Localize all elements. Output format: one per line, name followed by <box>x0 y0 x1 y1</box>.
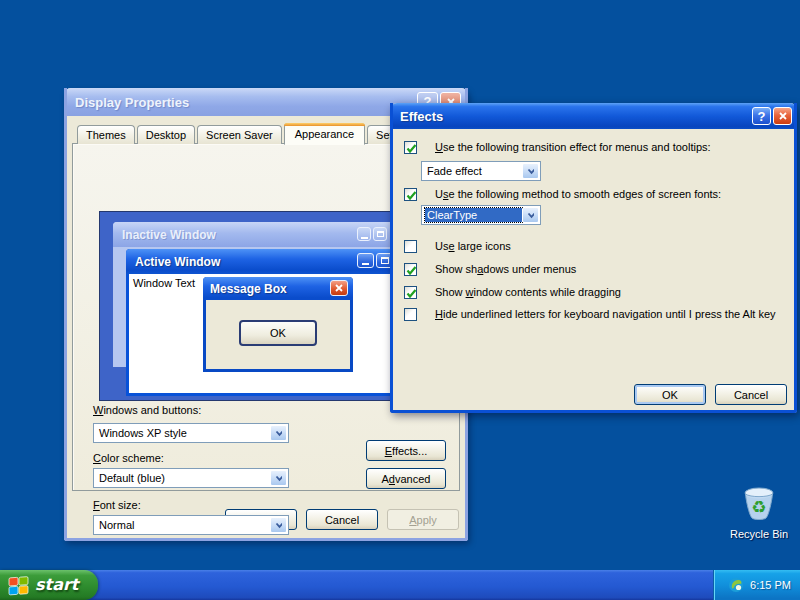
ok-button[interactable]: OK <box>634 384 706 405</box>
font-smoothing-checkbox-row: Use the following method to smooth edges… <box>404 187 721 201</box>
large-icons-checkbox-row: Use large icons <box>404 239 511 253</box>
drag-contents-checkbox-row: Show window contents while dragging <box>404 285 621 299</box>
close-icon <box>778 111 788 121</box>
recycle-bin-label: Recycle Bin <box>722 528 796 540</box>
cancel-button[interactable]: Cancel <box>306 509 378 530</box>
checkbox[interactable] <box>404 141 417 154</box>
preview-message-box: Message Box OK <box>203 277 353 372</box>
chevron-down-icon[interactable] <box>270 425 287 441</box>
check-icon <box>405 287 418 300</box>
checkbox[interactable] <box>404 240 417 253</box>
preview-ok-button: OK <box>239 320 317 346</box>
windows-logo-icon <box>8 575 29 596</box>
preview-inactive-titlebar: Inactive Window <box>113 222 393 247</box>
check-icon <box>405 142 418 155</box>
close-button[interactable] <box>773 107 792 125</box>
taskbar: start 6:15 PM <box>0 570 800 600</box>
font-size-label: Font size: <box>93 499 141 511</box>
effects-button[interactable]: Effects... <box>366 440 446 461</box>
checkbox[interactable] <box>404 263 417 276</box>
transition-effect-select[interactable]: Fade effect <box>421 161 541 181</box>
tab-appearance[interactable]: Appearance <box>284 123 365 145</box>
font-smoothing-select[interactable]: ClearType <box>421 205 541 225</box>
check-icon <box>405 264 418 277</box>
window-title: Display Properties <box>75 95 189 110</box>
hide-underline-checkbox-row: Hide underlined letters for keyboard nav… <box>404 307 776 321</box>
cancel-button[interactable]: Cancel <box>715 384 787 405</box>
svg-text:♻: ♻ <box>751 498 766 517</box>
desktop: ♻ Recycle Bin Display Properties ? Theme… <box>0 0 800 600</box>
window-title: Effects <box>400 109 443 124</box>
messenger-icon[interactable] <box>728 577 744 593</box>
windows-and-buttons-select[interactable]: Windows XP style <box>93 423 289 443</box>
minimize-icon <box>357 253 374 268</box>
help-button[interactable]: ? <box>752 107 771 125</box>
chevron-down-icon[interactable] <box>522 163 539 179</box>
apply-button: Apply <box>387 509 459 530</box>
tab-themes[interactable]: Themes <box>77 125 135 144</box>
clock[interactable]: 6:15 PM <box>750 579 791 591</box>
start-button[interactable]: start <box>0 570 98 600</box>
checkbox[interactable] <box>404 188 417 201</box>
chevron-down-icon[interactable] <box>522 207 539 223</box>
advanced-button[interactable]: Advanced <box>366 468 446 489</box>
tab-screen-saver[interactable]: Screen Saver <box>197 125 282 144</box>
transition-effect-checkbox-row: Use the following transition effect for … <box>404 140 711 154</box>
menu-shadows-checkbox-row: Show shadows under menus <box>404 262 576 276</box>
checkbox[interactable] <box>404 308 417 321</box>
system-tray: 6:15 PM <box>713 570 800 600</box>
tab-strip: Themes Desktop Screen Saver Appearance S… <box>77 123 427 144</box>
tab-desktop[interactable]: Desktop <box>137 125 195 144</box>
recycle-bin-icon: ♻ <box>740 486 778 522</box>
chevron-down-icon[interactable] <box>270 470 287 486</box>
checkbox[interactable] <box>404 286 417 299</box>
start-label: start <box>35 575 79 596</box>
minimize-icon <box>357 227 371 241</box>
check-icon <box>405 189 418 202</box>
effects-dialog: Effects ? Use the following transition e… <box>390 103 797 413</box>
windows-and-buttons-label: Windows and buttons: <box>93 404 201 416</box>
chevron-down-icon[interactable] <box>270 517 287 533</box>
effects-titlebar[interactable]: Effects <box>390 103 797 129</box>
font-size-select[interactable]: Normal <box>93 515 289 535</box>
recycle-bin[interactable]: ♻ Recycle Bin <box>722 486 796 540</box>
maximize-icon <box>373 227 387 241</box>
help-icon: ? <box>758 109 766 124</box>
color-scheme-label: Color scheme: <box>93 452 164 464</box>
close-icon <box>330 280 348 296</box>
color-scheme-select[interactable]: Default (blue) <box>93 468 289 488</box>
